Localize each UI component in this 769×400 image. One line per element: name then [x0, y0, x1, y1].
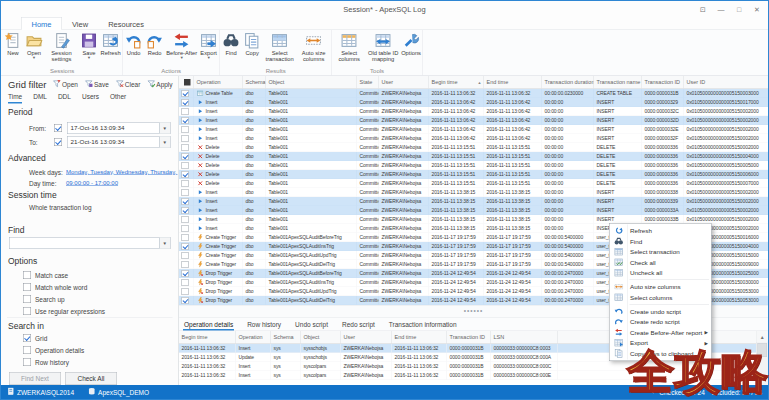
detail-column-header-schema[interactable]: Schema [271, 331, 301, 344]
detail-column-header-transaction-id[interactable]: Transaction ID [447, 331, 491, 344]
filter-open-button[interactable]: Open [53, 80, 78, 90]
column-header-checkbox[interactable] [179, 76, 194, 89]
row-checkbox-cell[interactable] [179, 278, 194, 287]
row-checkbox-cell[interactable] [179, 233, 194, 242]
redo-button[interactable]: Redo [144, 30, 165, 56]
row-checkbox[interactable] [182, 171, 189, 178]
search-in-checkbox-grid[interactable] [23, 334, 31, 342]
row-checkbox[interactable] [182, 90, 189, 97]
search-in-checkbox-operation-details[interactable] [23, 346, 31, 354]
option-checkbox-use-regular-expressions[interactable] [23, 307, 31, 315]
transaction-row[interactable]: InsertdboTable001CommittedZWERKA\Nebojsa… [179, 98, 768, 107]
check-all-button[interactable]: Check All [65, 372, 117, 385]
transaction-row[interactable]: InsertdboTable001CommittedZWERKA\Nebojsa… [179, 197, 768, 206]
column-header-schema[interactable]: Schema [243, 76, 266, 89]
row-checkbox[interactable] [182, 207, 189, 214]
chevron-down-icon[interactable]: ▼ [159, 238, 170, 249]
filter-tab-dml[interactable]: DML [33, 93, 47, 104]
transaction-row[interactable]: DeletedboTable001CommittedZWERKA\Nebojsa… [179, 152, 768, 161]
detail-column-header-lsn[interactable]: LSN [491, 331, 558, 344]
menu-item-create-undo-script[interactable]: Create undo script [610, 306, 712, 317]
open-button[interactable]: Open▼ [24, 30, 45, 60]
row-checkbox-cell[interactable] [179, 89, 194, 98]
detail-column-header-user[interactable]: User [341, 331, 392, 344]
row-checkbox[interactable] [182, 153, 189, 160]
menu-item-check-all[interactable]: Check all [610, 257, 712, 268]
menu-item-find[interactable]: Find [610, 236, 712, 247]
option-checkbox-search-up[interactable] [23, 295, 31, 303]
from-date-combo[interactable]: 17-Oct-16 13:09:34▼ [67, 122, 171, 134]
transaction-row[interactable]: InsertdboTable001CommittedZWERKA\Nebojsa… [179, 107, 768, 116]
ribbon-tab-home[interactable]: Home [21, 17, 62, 30]
detail-tab-row-history[interactable]: Row history [246, 318, 282, 331]
transaction-row[interactable]: Create TabledboTable001CommittedZWERKA\N… [179, 89, 768, 98]
detail-column-header-begin-time[interactable]: Begin time [179, 331, 236, 344]
row-checkbox[interactable] [182, 126, 189, 133]
row-checkbox-cell[interactable] [179, 287, 194, 296]
row-checkbox[interactable] [182, 288, 189, 295]
find-next-button[interactable]: Find Next [9, 372, 61, 385]
filter-apply-button[interactable]: Apply [147, 80, 173, 90]
row-checkbox-cell[interactable] [179, 215, 194, 224]
to-date-combo[interactable]: 21-Oct-16 13:09:34▼ [67, 136, 171, 148]
save-button[interactable]: Save▼ [79, 30, 100, 60]
row-checkbox-cell[interactable] [179, 179, 194, 188]
row-checkbox-cell[interactable] [179, 152, 194, 161]
from-checkbox[interactable] [54, 124, 62, 132]
menu-item-create-before-after-report[interactable]: Create Before-After report▶ [610, 327, 712, 338]
to-checkbox[interactable] [54, 138, 62, 146]
find-button[interactable]: Find [221, 30, 242, 56]
chevron-down-icon[interactable]: ▼ [159, 137, 170, 148]
row-checkbox-cell[interactable] [179, 296, 194, 305]
row-checkbox-cell[interactable] [179, 269, 194, 278]
ribbon-options-icon[interactable]: ⊡ [694, 2, 712, 16]
transaction-row[interactable]: DeletedboTable001CommittedZWERKA\Nebojsa… [179, 179, 768, 188]
week-days-link[interactable]: Monday, Tuesday, Wednesday, Thursday, Fr… [66, 169, 178, 176]
detail-tab-operation-details[interactable]: Operation details [183, 318, 234, 331]
search-in-checkbox-row-history[interactable] [23, 358, 31, 366]
detail-column-header-end-time[interactable]: End time [392, 331, 447, 344]
row-checkbox-cell[interactable] [179, 242, 194, 251]
row-checkbox[interactable] [182, 270, 189, 277]
option-checkbox-match-whole-word[interactable] [23, 283, 31, 291]
row-checkbox-cell[interactable] [179, 116, 194, 125]
transaction-row[interactable]: DeletedboTable001CommittedZWERKA\Nebojsa… [179, 143, 768, 152]
row-checkbox-cell[interactable] [179, 206, 194, 215]
undo-button[interactable]: Undo [123, 30, 144, 56]
row-checkbox-cell[interactable] [179, 224, 194, 233]
column-header-operation[interactable]: Operation [194, 76, 243, 89]
detail-tab-transaction-information[interactable]: Transaction information [388, 318, 458, 331]
row-checkbox[interactable] [182, 189, 189, 196]
session-settings-button[interactable]: Session settings [45, 30, 79, 62]
options-button[interactable]: Options [400, 30, 422, 56]
filter-tab-ddl[interactable]: DDL [58, 93, 71, 104]
column-header-user-id[interactable]: User ID [684, 76, 768, 89]
transaction-row[interactable]: InsertdboTable001CommittedZWERKA\Nebojsa… [179, 134, 768, 143]
transaction-row[interactable]: InsertdboTable001CommittedZWERKA\Nebojsa… [179, 116, 768, 125]
column-header-begin-time[interactable]: Begin time▲ [429, 76, 484, 89]
transaction-row[interactable]: DeletedboTable001CommittedZWERKA\Nebojsa… [179, 161, 768, 170]
row-checkbox[interactable] [182, 225, 189, 232]
row-checkbox[interactable] [182, 144, 189, 151]
row-checkbox[interactable] [182, 279, 189, 286]
row-checkbox[interactable] [182, 261, 189, 268]
row-checkbox[interactable] [182, 162, 189, 169]
column-header-user[interactable]: User [379, 76, 429, 89]
detail-tab-undo-script[interactable]: Undo script [294, 318, 329, 331]
old-table-id-mapping-button[interactable]: Old table ID mapping [366, 30, 400, 62]
row-checkbox[interactable] [182, 234, 189, 241]
refresh-button[interactable]: Refresh [100, 30, 122, 56]
row-checkbox-cell[interactable] [179, 134, 194, 143]
row-checkbox-cell[interactable] [179, 161, 194, 170]
column-header-transaction-duration[interactable]: Transaction duration [542, 76, 594, 89]
export-button[interactable]: Export▼ [198, 30, 219, 60]
transaction-row[interactable]: InsertdboTable001CommittedZWERKA\Nebojsa… [179, 125, 768, 134]
row-checkbox[interactable] [182, 297, 189, 304]
row-checkbox-cell[interactable] [179, 188, 194, 197]
close-button[interactable]: ✕ [748, 2, 766, 16]
row-checkbox-cell[interactable] [179, 98, 194, 107]
detail-tab-redo-script[interactable]: Redo script [341, 318, 376, 331]
copy-button[interactable]: Copy [242, 30, 263, 56]
filter-tab-users[interactable]: Users [82, 93, 99, 104]
row-checkbox[interactable] [182, 243, 189, 250]
